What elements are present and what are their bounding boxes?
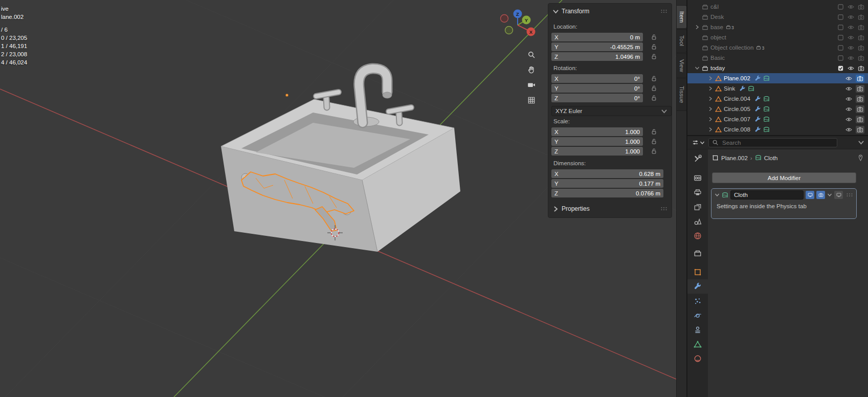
outliner-row-object-collection[interactable]: Object collection 3 bbox=[687, 42, 868, 53]
chevron-right-icon[interactable] bbox=[708, 96, 713, 101]
search-input[interactable] bbox=[721, 139, 834, 146]
camera-icon[interactable] bbox=[858, 65, 864, 72]
eye-icon[interactable] bbox=[848, 55, 854, 61]
transform-panel-header[interactable]: Transform bbox=[552, 8, 667, 15]
eye-icon[interactable] bbox=[848, 34, 854, 41]
pan-hand-icon[interactable] bbox=[529, 67, 533, 73]
properties-tab-world[interactable] bbox=[687, 229, 708, 243]
chevron-down-icon[interactable] bbox=[695, 65, 700, 71]
editor-type-button[interactable] bbox=[692, 139, 705, 146]
modifier-name-input[interactable] bbox=[730, 190, 804, 200]
checkbox-checked-icon[interactable] bbox=[837, 65, 844, 72]
properties-tab-render[interactable] bbox=[687, 171, 708, 185]
eye-icon[interactable] bbox=[845, 75, 852, 82]
outliner-row-sink[interactable]: Sink bbox=[687, 83, 868, 94]
add-modifier-button[interactable]: Add Modifier bbox=[712, 172, 856, 183]
rotation-mode-dropdown[interactable]: XYZ Euler bbox=[551, 106, 672, 116]
zoom-icon[interactable] bbox=[529, 52, 535, 58]
lock-icon[interactable] bbox=[649, 74, 659, 83]
lock-icon[interactable] bbox=[649, 137, 659, 146]
rotation-z-field[interactable]: Z0° bbox=[551, 94, 643, 102]
outliner-row-basic[interactable]: Basic bbox=[687, 53, 868, 63]
outliner-row-plane-002[interactable]: Plane.002 bbox=[687, 73, 868, 83]
scale-z-field[interactable]: Z1.000 bbox=[551, 147, 643, 156]
chevron-right-icon[interactable] bbox=[708, 76, 713, 81]
edit-mode-toggle[interactable] bbox=[834, 191, 843, 199]
scale-y-field[interactable]: Y1.000 bbox=[551, 137, 643, 146]
chevron-down-icon[interactable] bbox=[715, 192, 720, 197]
tab-tissue[interactable]: Tissue bbox=[677, 78, 687, 111]
outliner-row-desk[interactable]: Desk bbox=[687, 12, 868, 22]
camera-icon[interactable] bbox=[858, 4, 864, 10]
outliner-row-circle-008[interactable]: Circle.008 bbox=[687, 124, 868, 135]
checkbox-icon[interactable] bbox=[837, 45, 844, 51]
chevron-right-icon[interactable] bbox=[708, 106, 713, 112]
search-box[interactable] bbox=[708, 138, 837, 147]
chevron-right-icon[interactable] bbox=[708, 117, 713, 122]
scale-x-field[interactable]: X1.000 bbox=[551, 127, 643, 136]
eye-icon[interactable] bbox=[848, 14, 854, 20]
properties-tab-material[interactable] bbox=[687, 351, 708, 366]
location-z-field[interactable]: Z1.0496 m bbox=[551, 52, 643, 61]
pin-icon[interactable] bbox=[857, 155, 864, 161]
eye-icon[interactable] bbox=[845, 106, 852, 113]
properties-tab-physics[interactable] bbox=[687, 308, 708, 323]
outliner-row-circle-004[interactable]: Circle.004 bbox=[687, 94, 868, 104]
checkbox-icon[interactable] bbox=[837, 24, 844, 31]
filter-chevron-icon[interactable] bbox=[858, 139, 864, 146]
location-y-field[interactable]: Y-0.45525 m bbox=[551, 42, 643, 51]
properties-tab-output[interactable] bbox=[687, 185, 708, 200]
drag-grip-icon[interactable] bbox=[846, 193, 853, 197]
properties-tab-modifiers[interactable] bbox=[687, 279, 708, 294]
sink-model[interactable] bbox=[221, 69, 460, 252]
lock-icon[interactable] bbox=[649, 147, 659, 156]
lock-icon[interactable] bbox=[649, 84, 659, 93]
eye-icon[interactable] bbox=[845, 85, 852, 92]
outliner-row-base[interactable]: base 3 bbox=[687, 22, 868, 32]
drag-grip-icon[interactable] bbox=[660, 207, 667, 211]
tab-view[interactable]: View bbox=[677, 53, 687, 78]
properties-tab-tool[interactable] bbox=[687, 151, 708, 166]
outliner-row-cl[interactable]: c&l bbox=[687, 2, 868, 12]
display-viewport-toggle[interactable] bbox=[806, 191, 814, 199]
eye-icon[interactable] bbox=[845, 126, 852, 133]
checkbox-icon[interactable] bbox=[837, 55, 844, 61]
outliner-row-circle-005[interactable]: Circle.005 bbox=[687, 104, 868, 114]
ortho-grid-icon[interactable] bbox=[528, 97, 534, 103]
rotation-y-field[interactable]: Y0° bbox=[551, 84, 643, 93]
properties-tab-constraints[interactable] bbox=[687, 323, 708, 337]
eye-icon[interactable] bbox=[848, 45, 854, 51]
lock-icon[interactable] bbox=[649, 33, 659, 41]
properties-tab-particles[interactable] bbox=[687, 294, 708, 308]
properties-tab-view-layer[interactable] bbox=[687, 200, 708, 214]
tab-item[interactable]: Item bbox=[677, 5, 687, 29]
outliner-row-object[interactable]: object bbox=[687, 32, 868, 42]
checkbox-icon[interactable] bbox=[837, 4, 844, 10]
camera-icon[interactable] bbox=[858, 14, 864, 20]
eye-icon[interactable] bbox=[848, 65, 854, 72]
properties-tab-collection[interactable] bbox=[687, 246, 708, 260]
display-render-toggle[interactable] bbox=[816, 191, 825, 199]
camera-toggle[interactable] bbox=[856, 116, 864, 123]
extras-chevron-icon[interactable] bbox=[827, 192, 832, 197]
lock-icon[interactable] bbox=[649, 42, 659, 51]
checkbox-icon[interactable] bbox=[837, 34, 844, 41]
properties-tab-object-data[interactable] bbox=[687, 337, 708, 351]
outliner-row-today[interactable]: today bbox=[687, 63, 868, 73]
eye-icon[interactable] bbox=[845, 96, 852, 102]
chevron-right-icon[interactable] bbox=[708, 127, 713, 132]
eye-icon[interactable] bbox=[848, 24, 854, 31]
breadcrumb-modifier[interactable]: Cloth bbox=[764, 155, 778, 161]
outliner-row-circle-007[interactable]: Circle.007 bbox=[687, 114, 868, 124]
eye-icon[interactable] bbox=[845, 116, 852, 123]
camera-icon[interactable] bbox=[858, 45, 864, 51]
tab-tool[interactable]: Tool bbox=[677, 29, 687, 53]
camera-toggle[interactable] bbox=[856, 75, 864, 82]
properties-tab-scene[interactable] bbox=[687, 214, 708, 229]
lock-icon[interactable] bbox=[649, 52, 659, 61]
lock-icon[interactable] bbox=[649, 127, 659, 136]
camera-view-icon[interactable] bbox=[528, 83, 535, 87]
location-x-field[interactable]: X0 m bbox=[551, 33, 643, 41]
camera-icon[interactable] bbox=[858, 34, 864, 41]
rotation-x-field[interactable]: X0° bbox=[551, 74, 643, 83]
